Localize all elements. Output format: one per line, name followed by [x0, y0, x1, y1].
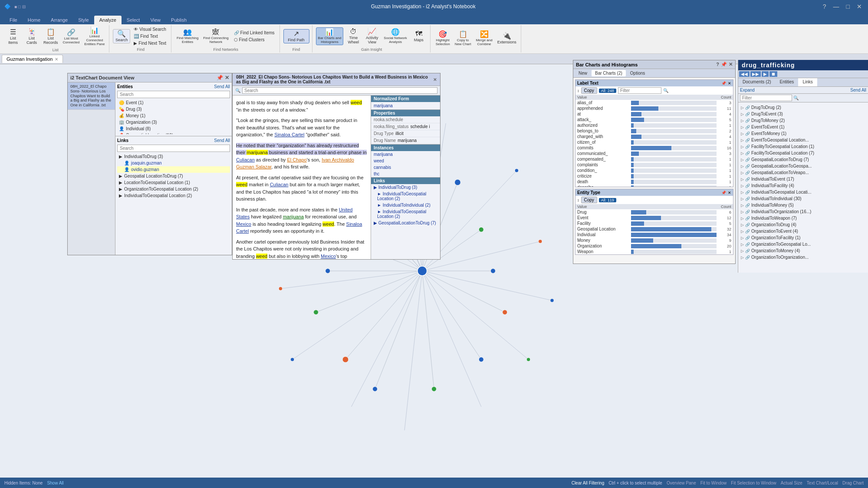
textchart-send-all[interactable]: Send All	[850, 88, 866, 92]
link-mexico-2[interactable]: Mexico	[321, 254, 336, 259]
nav-next-button[interactable]: ▶▶	[750, 71, 761, 77]
props-link-3[interactable]: ► IndividualToIndividual (2)	[371, 202, 440, 208]
doc-list-item-0[interactable]: 08H_2022_El Chapo Sons- Notorious Los Ch…	[68, 82, 115, 110]
link-sinaloa-cartel[interactable]: Sinaloa Cartel	[274, 132, 304, 137]
textchart-tab-links[interactable]: Links	[798, 78, 817, 86]
entity-item-individual[interactable]: 👤Individual (8)	[117, 125, 230, 132]
visual-search-button[interactable]: 👁Visual Search	[132, 26, 168, 33]
tab-file[interactable]: File	[4, 16, 23, 24]
props-link-4[interactable]: ► IndividualToGeospatial Location (2)	[371, 208, 440, 220]
filter-search-icon[interactable]: 🔍	[663, 88, 668, 93]
link-item-orggeo[interactable]: ▶OrganizationToGeospatial Location (2)	[117, 186, 230, 192]
tc-link-eventtoevent[interactable]: ▷🔗EventToEvent (1)	[740, 124, 866, 130]
link-sinaloa-2[interactable]: Sinaloa Cartel	[236, 221, 362, 234]
nav-prev-button[interactable]: ◀◀	[739, 71, 750, 77]
tc-link-facilitytogeo[interactable]: ▷🔗FacilityToGeospatial Location (1)	[740, 143, 866, 150]
panel-pin-icon[interactable]: 📌	[217, 75, 223, 81]
props-link-5[interactable]: ▶ GeospatialLocationToDrug (7)	[371, 220, 440, 226]
tc-link-facilitytogeo2[interactable]: ▷🔗FacilityToGeospatial Location (7)	[740, 150, 866, 156]
tab-style[interactable]: Style	[73, 16, 94, 24]
panel-close-icon[interactable]: ✕	[225, 75, 229, 81]
tc-link-drugtomoney[interactable]: ▷🔗DrugToMoney (2)	[740, 117, 866, 124]
entity-sort-icon[interactable]: ↕	[577, 198, 579, 202]
link-culiacan[interactable]: Culiacan	[236, 157, 255, 162]
tab-analyze[interactable]: Analyze	[94, 16, 122, 24]
nav-play-button[interactable]: ▶	[762, 71, 769, 77]
entity-item-geo[interactable]: 📍Geospatial Location (10)	[117, 132, 230, 134]
tc-link-orgtoevent[interactable]: ▷🔗OrganizationToEvent (4)	[740, 228, 866, 234]
tab-select[interactable]: Select	[122, 16, 145, 24]
close-button[interactable]: ✕	[855, 3, 864, 10]
entity-copy-button[interactable]: Copy	[581, 197, 597, 203]
find-connecting-button[interactable]: 🕸Find ConnectingNetwork	[201, 28, 230, 45]
show-all-button[interactable]: Show All	[47, 481, 63, 485]
nav-end-button[interactable]: ⏹	[769, 71, 777, 77]
tc-link-geotodrug[interactable]: ▷🔗GeospatialLocationToDrug (7)	[740, 156, 866, 163]
entities-send-all[interactable]: Send All	[214, 84, 230, 89]
clear-filtering-button[interactable]: Clear All Filtering	[572, 481, 605, 485]
barcharts-close-icon[interactable]: ✕	[729, 62, 733, 67]
fit-selection-label[interactable]: Fit Selection to Window	[731, 481, 776, 485]
bar-charts-button[interactable]: 📊Bar Charts andHistograms	[316, 27, 344, 45]
barcharts-tab-new[interactable]: New	[575, 70, 591, 76]
find-linked-button[interactable]: 🔗Find Linked Items	[232, 30, 277, 36]
tc-link-orgtoorg[interactable]: ▷🔗OrganizationToOrganization...	[740, 254, 866, 260]
list-cards-button[interactable]: 🃏ListCards	[23, 28, 40, 46]
tab-view[interactable]: View	[145, 16, 166, 24]
expand-label[interactable]: Expand	[740, 88, 755, 92]
label-text-close-icon[interactable]: ✕	[728, 81, 731, 86]
doc-tab-guzman[interactable]: Guzman Investigation ✕	[2, 55, 63, 63]
sort-icon[interactable]: ↕	[577, 89, 579, 93]
tc-link-indind[interactable]: ▷🔗IndividualToIndividual (30)	[740, 195, 866, 202]
fit-window-label[interactable]: Fit to Window	[700, 481, 727, 485]
find-clusters-button[interactable]: ⬡Find Clusters	[232, 36, 277, 43]
drag-chart-label[interactable]: Drag Chart	[842, 481, 864, 485]
social-network-button[interactable]: 🌐Social NetworkAnalysis	[382, 28, 408, 45]
links-send-all[interactable]: Send All	[214, 138, 230, 143]
activity-view-button[interactable]: 📈ActivityView	[363, 27, 381, 45]
instance-weed[interactable]: weed	[371, 158, 440, 164]
links-search-input[interactable]	[117, 145, 230, 152]
link-marijuana-2[interactable]: marijuana	[283, 214, 304, 219]
instance-marijuana[interactable]: marijuana	[371, 151, 440, 158]
entity-type-close-icon[interactable]: ✕	[728, 191, 731, 195]
merge-combine-button[interactable]: 🔀Merge andCombine	[474, 30, 494, 47]
props-link-2[interactable]: ► IndividualToGeospatial Location (2)	[371, 191, 440, 202]
tc-link-geotoveapo[interactable]: ▷🔗GeospatialLocationToVeapo...	[740, 169, 866, 176]
doc-tab-close[interactable]: ✕	[55, 57, 58, 62]
tc-link-orgtofacility[interactable]: ▷🔗OrganizationToFacility (1)	[740, 234, 866, 241]
actual-size-label[interactable]: Actual Size	[781, 481, 802, 485]
tc-link-geotogeo[interactable]: ▷🔗GeospatialLocationToGeospa...	[740, 163, 866, 169]
label-copy-button[interactable]: Copy	[581, 87, 597, 94]
link-mexico[interactable]: Mexico	[236, 221, 251, 227]
entity-item-drug[interactable]: 💊Drug (3)	[117, 106, 230, 112]
find-matching-button[interactable]: 👥Find MatchingEntities	[175, 28, 200, 45]
instance-cannabis[interactable]: cannabis	[371, 164, 440, 171]
tc-link-indmoney[interactable]: ▷🔗IndividualToMoney (5)	[740, 202, 866, 208]
barcharts-tab-barcharts2[interactable]: Bar Charts (2)	[592, 70, 626, 76]
linked-entities-button[interactable]: 📊LinkedConnectedEntities Pane	[82, 26, 106, 47]
link-culiacan-2[interactable]: Culiacan	[270, 182, 289, 187]
maps-button[interactable]: 🗺Maps	[410, 30, 427, 43]
tc-link-orgtogeo[interactable]: ▷🔗OrganizationToGeospatial Lo...	[740, 241, 866, 247]
barcharts-tab-options[interactable]: Options	[627, 70, 648, 76]
link-item-locgeo[interactable]: ▶LocationToGeospatial Location (1)	[117, 179, 230, 186]
text-search-input[interactable]	[242, 87, 437, 94]
tc-link-eventtogeo[interactable]: ▷🔗EventToGeospatial Location...	[740, 137, 866, 143]
props-link-1[interactable]: ▶ IndividualToDrug (3)	[371, 184, 440, 191]
textchart-tab-docs[interactable]: Documents (2)	[738, 78, 776, 86]
tab-arrange[interactable]: Arrange	[46, 16, 73, 24]
link-item-individualtodrug[interactable]: ▶IndividualToDrug (3)	[117, 153, 230, 160]
tc-link-drugtodrug[interactable]: ▷🔗DrugToDrug (2)	[740, 104, 866, 111]
entity-item-org[interactable]: 🏢Organization (3)	[117, 119, 230, 125]
link-el-chapo[interactable]: El Chapo	[287, 157, 306, 162]
find-next-text-button[interactable]: ▶Find Next Text	[132, 40, 168, 46]
link-item-geotodrug[interactable]: ▶Geospatial LocationToDrug (7)	[117, 173, 230, 179]
maximize-button[interactable]: □	[845, 3, 852, 10]
minimize-button[interactable]: —	[832, 3, 841, 10]
list-records-button[interactable]: 📋ListRecords	[42, 28, 60, 46]
copy-to-chart-button[interactable]: 📋Copy toNew Chart	[453, 30, 473, 47]
barcharts-pin-icon[interactable]: 📌	[721, 62, 727, 67]
title-bar-right[interactable]: ? — □ ✕	[821, 3, 864, 10]
tc-link-indfacility[interactable]: ▷🔗IndividualToFacility (4)	[740, 182, 866, 189]
